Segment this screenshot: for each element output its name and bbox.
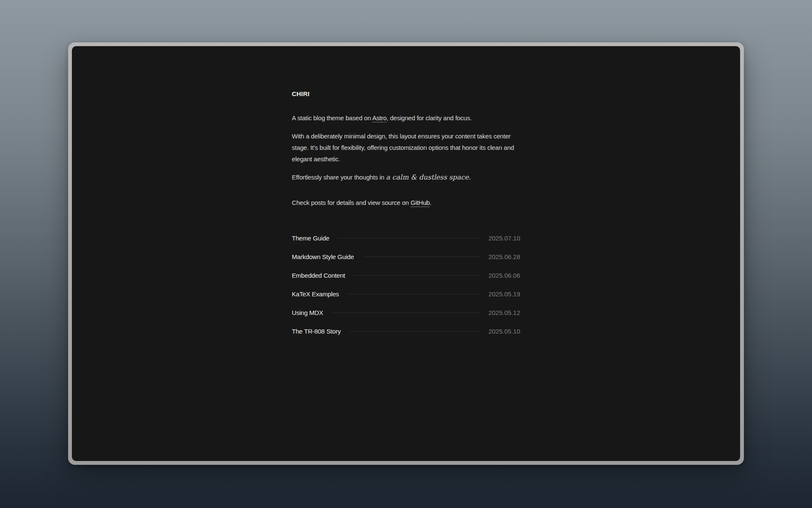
leader-line	[338, 238, 480, 238]
post-row-katex-examples[interactable]: KaTeX Examples 2025.05.19	[292, 284, 520, 303]
device-frame: CHIRI A static blog theme based on Astro…	[68, 42, 744, 465]
blog-page: CHIRI A static blog theme based on Astro…	[72, 46, 740, 461]
intro-paragraph-1: A static blog theme based on Astro, desi…	[292, 112, 520, 124]
post-title[interactable]: KaTeX Examples	[292, 288, 339, 300]
leader-line	[354, 275, 480, 276]
intro-paragraph-4: Check posts for details and view source …	[292, 197, 520, 208]
post-title[interactable]: Markdown Style Guide	[292, 251, 354, 262]
post-date: 2025.05.12	[488, 307, 520, 318]
post-row-markdown-style-guide[interactable]: Markdown Style Guide 2025.06.28	[292, 247, 520, 266]
content-column: CHIRI A static blog theme based on Astro…	[292, 46, 520, 340]
leader-line	[362, 257, 480, 257]
post-title[interactable]: Theme Guide	[292, 232, 329, 244]
post-row-tr-808-story[interactable]: The TR-808 Story 2025.05.10	[292, 322, 520, 340]
post-row-embedded-content[interactable]: Embedded Content 2025.06.06	[292, 266, 520, 284]
intro-paragraph-2: With a deliberately minimal design, this…	[292, 130, 520, 165]
leader-line	[347, 294, 480, 294]
intro-p3-text: Effortlessly share your thoughts in	[292, 174, 386, 181]
github-link[interactable]: GitHub	[411, 199, 430, 206]
post-list: Theme Guide 2025.07.10 Markdown Style Gu…	[292, 229, 520, 340]
post-row-using-mdx[interactable]: Using MDX 2025.05.12	[292, 303, 520, 322]
intro-p1-text-after: , designed for clarity and focus.	[387, 114, 472, 121]
calm-dustless-phrase: a calm & dustless space.	[386, 173, 471, 181]
intro-p4-text: Check posts for details and view source …	[292, 199, 411, 206]
leader-line	[332, 312, 480, 313]
intro-p1-text: A static blog theme based on	[292, 114, 372, 121]
post-title[interactable]: Embedded Content	[292, 270, 345, 281]
post-date: 2025.06.28	[488, 251, 520, 262]
post-title[interactable]: Using MDX	[292, 307, 323, 318]
post-date: 2025.06.06	[488, 270, 520, 281]
post-date: 2025.07.10	[488, 232, 520, 244]
post-date: 2025.05.19	[488, 288, 520, 300]
site-title: CHIRI	[292, 88, 520, 99]
post-date: 2025.05.10	[488, 326, 520, 337]
intro-paragraph-3: Effortlessly share your thoughts in a ca…	[292, 171, 520, 183]
leader-line	[349, 331, 480, 331]
intro-p4-text-after: .	[430, 199, 431, 206]
post-title[interactable]: The TR-808 Story	[292, 326, 341, 337]
astro-link[interactable]: Astro	[372, 114, 387, 121]
post-row-theme-guide[interactable]: Theme Guide 2025.07.10	[292, 229, 520, 247]
